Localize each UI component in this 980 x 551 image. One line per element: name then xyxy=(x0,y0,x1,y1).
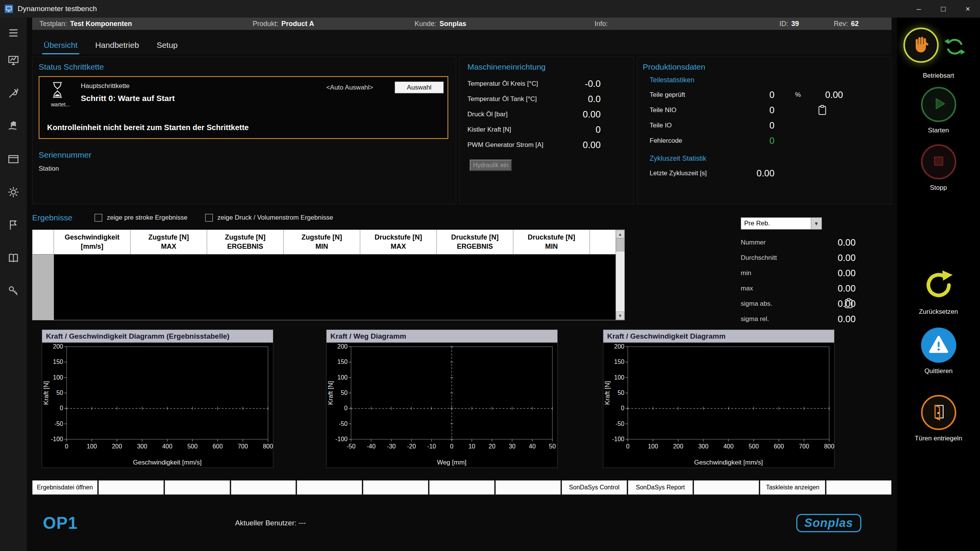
dropdown-value: Pre Reb. xyxy=(741,220,811,227)
toolbar-button[interactable] xyxy=(165,480,230,495)
titlebar: Dynamometer testbench – □ × xyxy=(0,0,980,18)
chart-title: Kraft / Weg Diagramm xyxy=(327,330,557,343)
results-table-header: Geschwindigkeit[mm/s] Zugstufe [N]MAX Zu… xyxy=(33,230,616,254)
manual-mode-button[interactable] xyxy=(903,28,939,63)
chart-kraft-weg: Kraft / Weg Diagramm 200150100500-50-100… xyxy=(326,329,558,468)
toolbar-button[interactable] xyxy=(98,480,164,495)
clipboard-icon[interactable] xyxy=(817,104,828,116)
status-message: Kontrolleinheit nicht bereit zum Starten… xyxy=(39,123,448,138)
warning-triangle-icon xyxy=(928,333,950,357)
svg-text:100: 100 xyxy=(53,374,63,381)
maximize-button[interactable]: □ xyxy=(931,0,956,18)
pre-stroke-checkbox[interactable] xyxy=(95,214,102,222)
result-type-dropdown[interactable]: Pre Reb. ▼ xyxy=(741,217,822,230)
reset-group: Zurücksetzen xyxy=(897,268,980,316)
column-header: Zugstufe [N]MAX xyxy=(131,230,207,254)
chain-name: Hauptschrittkette xyxy=(81,82,326,90)
chart-title: Kraft / Geschwindigkeit Diagramm xyxy=(603,330,834,343)
scroll-up-icon[interactable]: ▲ xyxy=(616,230,624,238)
machine-row: Temperatur Öl Kreis [°C]-0.0 xyxy=(467,76,634,91)
start-button[interactable] xyxy=(921,87,956,122)
window-panel-icon[interactable] xyxy=(7,153,20,165)
svg-text:30: 30 xyxy=(509,443,516,450)
cycle-stats-title: Zykluszeit Statistik xyxy=(650,155,891,163)
svg-text:20: 20 xyxy=(488,443,495,450)
scrollbar-thumb[interactable] xyxy=(616,238,624,251)
current-user-label: Aktueller Benutzer: --- xyxy=(235,519,306,527)
svg-text:100: 100 xyxy=(614,374,624,381)
tueren-entriegeln-label: Türen entriegeln xyxy=(915,435,962,442)
cycle-arrows-icon xyxy=(943,35,967,60)
scrollbar-track[interactable] xyxy=(616,251,624,311)
menu-icon[interactable] xyxy=(7,27,20,39)
clipboard-icon[interactable] xyxy=(843,298,854,309)
auto-select-label: <Auto Auswahl> xyxy=(326,84,373,108)
auswahl-button[interactable]: Auswahl xyxy=(395,82,444,93)
column-header: Druckstufe [N]ERGEBNIS xyxy=(437,230,513,254)
acknowledge-button[interactable] xyxy=(921,328,956,363)
toolbar-button[interactable] xyxy=(495,480,561,495)
manual-book-icon[interactable] xyxy=(7,252,20,264)
stopp-group: Stopp xyxy=(897,144,980,192)
serial-value: Station xyxy=(39,165,450,173)
auto-mode-button[interactable] xyxy=(941,34,969,61)
door-unlock-button[interactable] xyxy=(921,395,956,430)
production-row-value: 0 xyxy=(742,105,774,116)
chart-monitor-icon[interactable] xyxy=(7,54,20,67)
svg-text:-40: -40 xyxy=(367,443,376,450)
toolbar-button[interactable] xyxy=(826,480,892,495)
sondasys-control-button[interactable]: SonDaSys Control xyxy=(562,480,627,495)
info-rev: Rev:62 xyxy=(834,18,859,30)
machine-row-label: PWM Generator Strom [A] xyxy=(467,141,559,149)
footer: OP1 Aktueller Benutzer: --- Sonplas xyxy=(32,495,892,551)
tab-handbetrieb[interactable]: Handbetrieb xyxy=(94,41,140,54)
chevron-down-icon[interactable]: ▼ xyxy=(811,218,822,229)
flag-icon[interactable] xyxy=(7,219,20,231)
druck-checkbox-label: zeige Druck / Volumenstrom Ergebnisse xyxy=(217,214,333,222)
stop-button[interactable] xyxy=(921,144,956,179)
step-chain-box: wartet... Hauptschrittkette Schritt 0: W… xyxy=(39,76,448,139)
svg-text:0: 0 xyxy=(621,405,624,411)
key-icon[interactable] xyxy=(7,285,20,297)
sondasys-report-button[interactable]: SonDaSys Report xyxy=(628,480,693,495)
toolbar-button[interactable] xyxy=(429,480,495,495)
svg-text:800: 800 xyxy=(824,443,834,450)
ergebnisdatei-oeffnen-button[interactable]: Ergebnisdatei öffnen xyxy=(32,480,98,495)
vertical-scrollbar[interactable]: ▲ ▼ xyxy=(616,230,624,320)
reset-button[interactable] xyxy=(921,268,956,303)
druck-checkbox[interactable] xyxy=(205,214,213,222)
service-hand-icon[interactable] xyxy=(7,120,20,132)
machine-panel: Maschineneinrichtung Temperatur Öl Kreis… xyxy=(459,57,634,204)
stat-row: min0.00 xyxy=(741,266,856,281)
row-header-cell xyxy=(33,230,54,254)
column-header: Druckstufe [N]MAX xyxy=(360,230,437,254)
scroll-down-icon[interactable]: ▼ xyxy=(616,311,624,320)
toolbar-button[interactable] xyxy=(694,480,759,495)
minimize-button[interactable]: – xyxy=(906,0,931,18)
tab-setup[interactable]: Setup xyxy=(155,41,179,54)
tools-icon[interactable] xyxy=(7,87,20,99)
svg-text:50: 50 xyxy=(341,390,348,396)
svg-text:600: 600 xyxy=(212,443,223,450)
percent-label: % xyxy=(795,91,801,99)
toolbar-button[interactable] xyxy=(297,480,362,495)
svg-text:-100: -100 xyxy=(51,436,63,442)
svg-text:500: 500 xyxy=(187,443,198,450)
toolbar-button[interactable] xyxy=(231,480,296,495)
table-rows-area[interactable] xyxy=(54,254,616,320)
step-info: Hauptschrittkette Schritt 0: Warte auf S… xyxy=(81,82,326,108)
quittieren-group: Quittieren xyxy=(897,328,980,375)
chart-kraft-geschwindigkeit-tabelle: Kraft / Geschwindigkeit Diagramm (Ergebn… xyxy=(42,329,273,468)
close-button[interactable]: × xyxy=(956,0,980,18)
info-testplan: Testplan:Test Komponenten xyxy=(39,18,132,30)
starten-group: Starten xyxy=(897,87,980,134)
svg-text:0: 0 xyxy=(626,443,630,450)
svg-text:0: 0 xyxy=(65,443,69,450)
production-row-label: Teile IO xyxy=(650,122,742,129)
gear-icon[interactable] xyxy=(7,186,20,198)
tab-uebersicht[interactable]: Übersicht xyxy=(42,41,79,54)
machine-row-value: -0.0 xyxy=(559,78,601,89)
hydraulik-ein-button[interactable]: Hydraulik ein xyxy=(470,160,512,171)
toolbar-button[interactable] xyxy=(363,480,428,495)
taskleiste-anzeigen-button[interactable]: Taskleiste anzeigen xyxy=(760,480,825,495)
